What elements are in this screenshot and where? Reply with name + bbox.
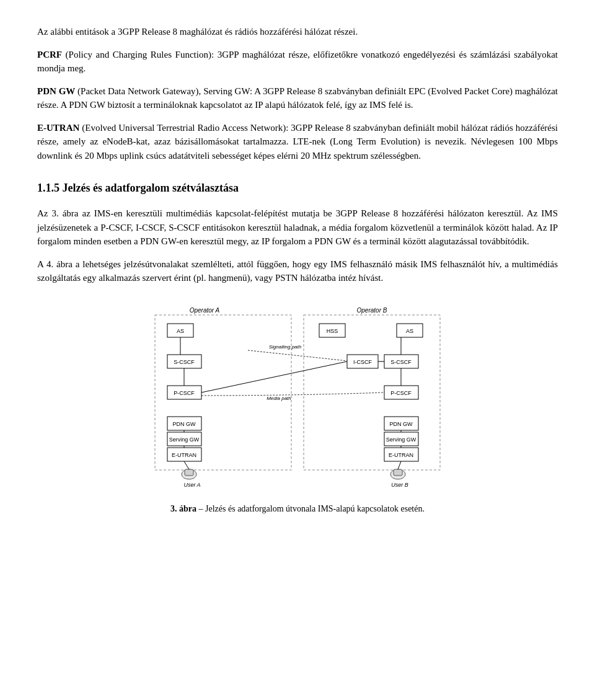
servinggw-label-a: Serving GW: [169, 436, 200, 443]
section-heading: 1.1.5 Jelzés és adatforgalom szétválaszt…: [37, 180, 558, 197]
operator-b-box: [304, 315, 440, 470]
eutran-text: (Evolved Universal Terrestrial Radio Acc…: [37, 123, 558, 161]
eutran-bold: E-UTRAN: [37, 123, 79, 133]
as-label-a: AS: [177, 328, 184, 334]
pdngw-bold: PDN GW: [37, 86, 75, 96]
paragraph-pcrf: PCRF (Policy and Charging Rules Function…: [37, 48, 558, 76]
diagram-wrapper: Operator A Operator B AS S-CSCF P-CSCF P…: [143, 304, 452, 496]
pdngw-text: (Packet Data Network Gateway), Serving G…: [37, 86, 558, 110]
paragraph-pdngw: PDN GW (Packet Data Network Gateway), Se…: [37, 84, 558, 112]
servinggw-label-b: Serving GW: [386, 436, 416, 443]
figure-3: Operator A Operator B AS S-CSCF P-CSCF P…: [37, 304, 558, 515]
user-b-label: User B: [391, 482, 408, 488]
line-eutran-user-b: [398, 461, 401, 469]
as-label-b: AS: [406, 328, 413, 334]
section-title-text: Jelzés és adatforgalom szétválasztása: [63, 182, 239, 194]
line-eutran-user-a: [184, 461, 189, 469]
scscf-label-b: S-CSCF: [390, 359, 412, 365]
pcscf-label-a: P-CSCF: [174, 390, 195, 396]
pcrf-text: (Policy and Charging Rules Function): 3G…: [37, 50, 558, 74]
media-path-arrow: [201, 392, 384, 396]
scscf-label-a: S-CSCF: [174, 359, 195, 365]
signalling-path-arrow: [248, 350, 347, 361]
figure-caption-bold: 3. ábra: [170, 504, 196, 513]
pdngw-label-a: PDN GW: [173, 421, 196, 427]
pcrf-bold: PCRF: [37, 50, 62, 60]
paragraph-eutran: E-UTRAN (Evolved Universal Terrestrial R…: [37, 121, 558, 163]
hss-label: HSS: [327, 328, 338, 334]
operator-b-label: Operator B: [357, 307, 387, 314]
paragraph-fig3: Az 3. ábra az IMS-en keresztüli multiméd…: [37, 206, 558, 249]
pdngw-label-b: PDN GW: [390, 421, 413, 427]
user-b-device: [394, 469, 402, 476]
media-path-label: Media path: [267, 396, 291, 401]
section-number: 1.1.5: [37, 182, 60, 194]
figure-caption: 3. ábra – Jelzés és adatforgalom útvonal…: [170, 502, 425, 515]
operator-a-label: Operator A: [190, 307, 220, 314]
line-pcscf-icscf: [201, 361, 347, 392]
user-a-device: [185, 469, 193, 476]
eutran-label-a: E-UTRAN: [172, 452, 196, 458]
icscf-label: I-CSCF: [353, 359, 372, 365]
pcscf-label-b: P-CSCF: [390, 390, 412, 396]
user-a-label: User A: [183, 482, 200, 488]
diagram-svg: Operator A Operator B AS S-CSCF P-CSCF P…: [143, 304, 452, 496]
paragraph-1: Az alábbi entitások a 3GPP Release 8 mag…: [37, 25, 558, 39]
paragraph-fig4: A 4. ábra a lehetséges jelzésútvonalakat…: [37, 257, 558, 285]
figure-caption-rest: – Jelzés és adatforgalom útvonala IMS-al…: [196, 504, 425, 513]
signalling-path-label: Signalling path: [269, 344, 302, 350]
eutran-label-b: E-UTRAN: [389, 452, 413, 458]
